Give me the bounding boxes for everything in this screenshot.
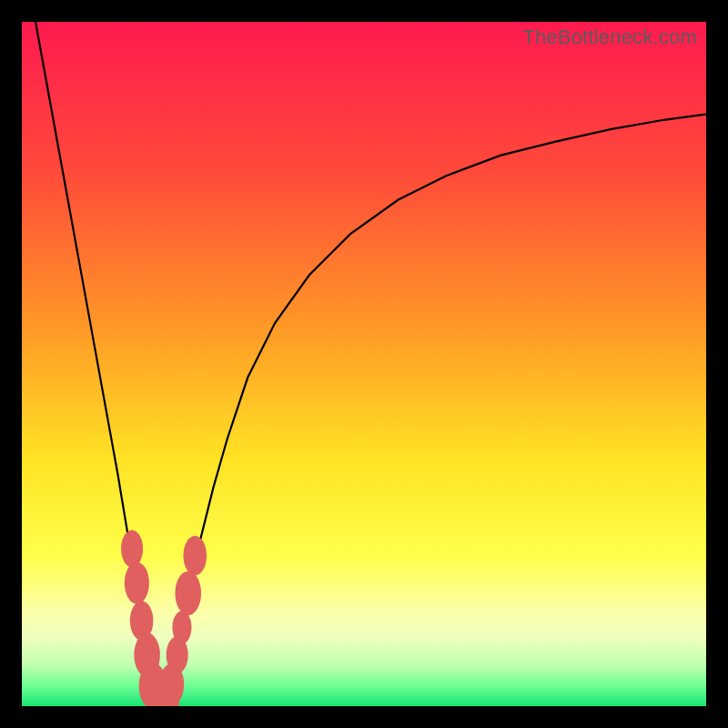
data-marker (175, 571, 201, 616)
watermark-text: TheBottleneck.com (522, 25, 697, 49)
data-marker (172, 612, 191, 644)
plot-area: TheBottleneck.com (22, 22, 706, 706)
chart-frame: TheBottleneck.com (0, 0, 728, 728)
data-marker (183, 536, 207, 575)
gradient-background (22, 22, 706, 706)
data-marker (125, 562, 149, 604)
data-marker (121, 531, 143, 568)
chart-svg (22, 22, 706, 706)
